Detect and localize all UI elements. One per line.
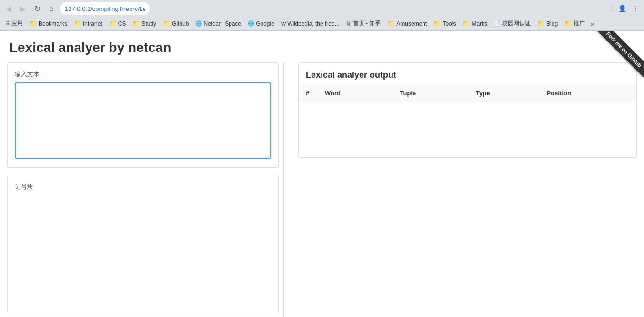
folder-icon: 📁 xyxy=(30,20,37,27)
bookmark-apps-label: 应用 xyxy=(11,20,23,28)
left-panel: 输入文本 记号块 xyxy=(7,62,279,317)
bookmark-marks-label: Marks xyxy=(472,20,487,27)
bookmark-blog-label: Blog xyxy=(546,20,558,27)
bookmark-amusement-label: Amusement xyxy=(396,20,427,27)
site-icon: 🌐 xyxy=(195,20,202,27)
bookmarks-more-button[interactable]: » xyxy=(589,19,596,29)
bookmark-bookmarks[interactable]: 📁 Bookmarks xyxy=(27,19,70,28)
bookmark-google[interactable]: 🌐 Google xyxy=(245,20,277,28)
bookmark-zhihu[interactable]: 知 首页 - 知乎 xyxy=(343,19,384,29)
apps-icon: ⠿ xyxy=(6,20,10,27)
input-label: 输入文本 xyxy=(15,70,271,79)
col-hash: # xyxy=(299,85,318,102)
bookmark-bookmarks-label: Bookmarks xyxy=(39,20,67,27)
bookmark-cs[interactable]: 📁 CS xyxy=(106,19,129,28)
bookmark-netcan-space[interactable]: 🌐 Netcan_Space xyxy=(192,20,244,28)
col-word: Word xyxy=(318,85,393,102)
address-bar[interactable] xyxy=(60,2,150,15)
page-icon: 📄 xyxy=(494,20,501,27)
bookmark-github[interactable]: 📁 Github xyxy=(160,19,191,28)
token-label: 记号块 xyxy=(15,183,271,191)
refresh-button[interactable]: ↻ xyxy=(31,3,43,14)
bookmark-cs-label: CS xyxy=(118,20,126,27)
bookmark-zhihu-label: 首页 - 知乎 xyxy=(353,20,381,28)
fork-ribbon-text: Fork me on GitHub xyxy=(596,31,644,77)
folder-icon: 📁 xyxy=(109,20,117,27)
fork-ribbon[interactable]: Fork me on GitHub xyxy=(582,31,644,92)
page-title: Lexical analyer by netcan xyxy=(0,31,644,62)
extensions-icon: ⬜ xyxy=(603,3,614,14)
zhihu-icon: 知 xyxy=(346,20,352,27)
back-button[interactable]: ◀ xyxy=(3,3,14,14)
bookmark-netcan-label: Netcan_Space xyxy=(203,20,241,27)
folder-icon: 📁 xyxy=(537,20,545,27)
bookmark-google-label: Google xyxy=(256,20,274,27)
bookmark-study-label: Study xyxy=(141,20,156,27)
bookmark-tools[interactable]: 📁 Tools xyxy=(431,19,459,28)
google-icon: 🌐 xyxy=(248,20,254,27)
bookmark-promo[interactable]: 📁 推广 xyxy=(562,19,588,29)
folder-icon: 📁 xyxy=(433,20,441,27)
bookmark-tools-label: Tools xyxy=(443,20,456,27)
bookmark-study[interactable]: 📁 Study xyxy=(130,19,159,28)
col-tuple: Tuple xyxy=(393,85,469,102)
input-card: 输入文本 xyxy=(7,62,279,168)
home-button[interactable]: ⌂ xyxy=(46,3,57,14)
bookmark-apps[interactable]: ⠿ 应用 xyxy=(3,19,26,29)
bookmark-marks[interactable]: 📁 Marks xyxy=(460,19,490,28)
folder-icon: 📁 xyxy=(463,20,470,27)
bookmark-wikipedia-label: Wikipedia, the free... xyxy=(287,20,339,27)
folder-icon: 📁 xyxy=(132,20,140,27)
bookmark-github-label: Github xyxy=(172,20,189,27)
bookmark-intranet[interactable]: 📁 Intranet xyxy=(71,19,105,28)
profile-icon[interactable]: 👤 xyxy=(616,3,628,14)
forward-button[interactable]: ▶ xyxy=(17,3,29,14)
folder-icon: 📁 xyxy=(74,20,81,27)
vertical-divider xyxy=(283,62,284,317)
more-menu-icon[interactable]: ⋮ xyxy=(630,3,641,14)
text-input[interactable] xyxy=(15,82,271,159)
bookmark-wikipedia[interactable]: W Wikipedia, the free... xyxy=(278,20,342,28)
bookmark-campus-auth[interactable]: 📄 校园网认证 xyxy=(491,19,533,29)
bookmark-blog[interactable]: 📁 Blog xyxy=(534,19,561,28)
bookmark-campus-label: 校园网认证 xyxy=(502,20,531,28)
right-panel: Lexical analyer output # Word Tuple Type… xyxy=(289,62,637,317)
bookmark-amusement[interactable]: 📁 Amusement xyxy=(384,19,430,28)
bookmark-promo-label: 推广 xyxy=(574,20,585,28)
folder-icon: 📁 xyxy=(163,20,171,27)
folder-icon: 📁 xyxy=(387,20,395,27)
bookmark-intranet-label: Intranet xyxy=(83,20,102,27)
token-card: 记号块 xyxy=(7,175,279,313)
wikipedia-icon: W xyxy=(281,21,286,27)
col-type: Type xyxy=(469,85,540,102)
folder-icon: 📁 xyxy=(564,20,572,27)
